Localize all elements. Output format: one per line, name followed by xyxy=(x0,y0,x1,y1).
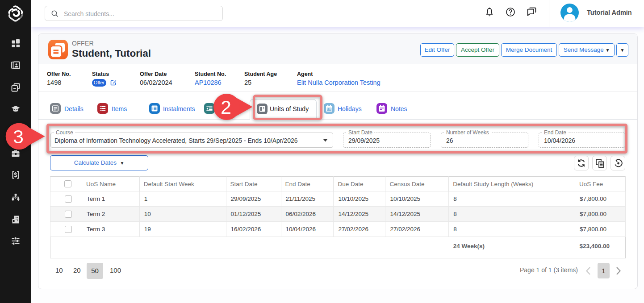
svg-text:3: 3 xyxy=(13,126,24,147)
svg-text:2: 2 xyxy=(221,96,231,118)
